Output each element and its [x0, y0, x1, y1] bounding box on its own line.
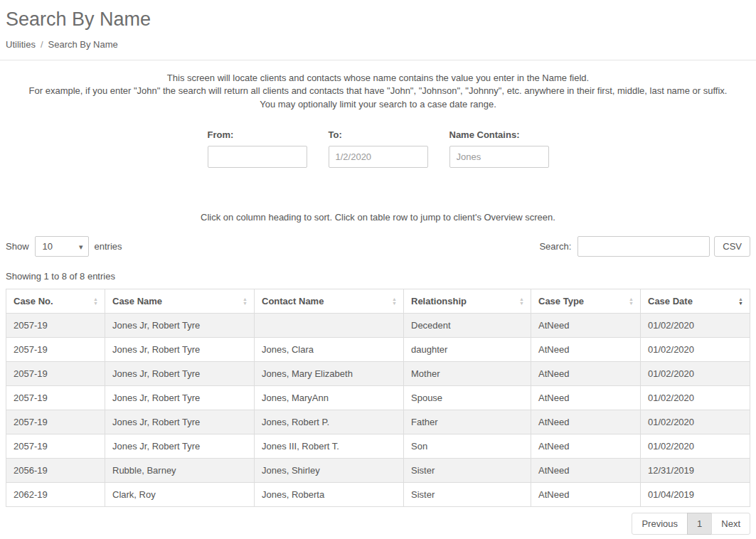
- column-header-label: Contact Name: [262, 296, 324, 306]
- pagination-next-button[interactable]: Next: [711, 513, 750, 535]
- cell-case-date: 01/02/2020: [641, 386, 750, 410]
- name-contains-input[interactable]: [449, 146, 549, 168]
- cell-case-type: AtNeed: [531, 386, 641, 410]
- name-contains-label: Name Contains:: [449, 129, 549, 140]
- sort-icon: ▲▼: [629, 297, 634, 306]
- cell-case-name: Jones Jr, Robert Tyre: [105, 410, 255, 434]
- search-label: Search:: [539, 241, 571, 252]
- pagination-previous-button[interactable]: Previous: [632, 513, 688, 535]
- header-divider: [0, 60, 756, 60]
- cell-case-no: 2057-19: [6, 386, 105, 410]
- intro-line-1: This screen will locate clients and cont…: [0, 72, 756, 85]
- table-row[interactable]: 2062-19Clark, RoyJones, RobertaSisterAtN…: [6, 483, 750, 507]
- cell-case-no: 2056-19: [6, 459, 105, 483]
- table-row[interactable]: 2057-19Jones Jr, Robert TyreJones, MaryA…: [6, 386, 750, 410]
- breadcrumb-current: Search By Name: [48, 39, 118, 50]
- name-contains-group: Name Contains:: [449, 129, 549, 168]
- cell-contact-name: Jones, Clara: [255, 338, 404, 362]
- pagination: Previous 1 Next: [0, 513, 750, 535]
- pagination-page-1-button[interactable]: 1: [687, 513, 712, 535]
- column-header-label: Case Name: [112, 296, 162, 306]
- cell-case-type: AtNeed: [531, 314, 641, 338]
- page-length-select-wrap: 10: [35, 236, 89, 257]
- from-date-label: From:: [208, 129, 307, 140]
- page-length-select[interactable]: 10: [35, 236, 89, 257]
- cell-relationship: Sister: [404, 459, 531, 483]
- table-body: 2057-19Jones Jr, Robert TyreDecedentAtNe…: [6, 314, 750, 507]
- table-row[interactable]: 2057-19Jones Jr, Robert TyreJones, Clara…: [6, 338, 750, 362]
- cell-case-name: Jones Jr, Robert Tyre: [105, 434, 255, 459]
- cell-case-date: 01/02/2020: [641, 410, 750, 434]
- intro-line-3: You may optionally limit your search to …: [0, 98, 756, 111]
- column-header-contact-name[interactable]: Contact Name▲▼: [255, 289, 404, 314]
- csv-export-button[interactable]: CSV: [714, 236, 750, 257]
- table-hint: Click on column heading to sort. Click o…: [0, 212, 756, 223]
- column-header-label: Relationship: [411, 296, 467, 306]
- cell-case-no: 2057-19: [6, 338, 105, 362]
- column-header-case-type[interactable]: Case Type▲▼: [531, 289, 641, 314]
- list-controls: Show 10 entries Search: CSV: [0, 236, 756, 257]
- from-date-input[interactable]: [208, 146, 307, 168]
- breadcrumb-utilities[interactable]: Utilities: [6, 39, 36, 50]
- entries-label: entries: [95, 241, 122, 252]
- to-date-label: To:: [329, 129, 428, 140]
- cell-case-date: 01/02/2020: [641, 338, 750, 362]
- page-length-control: Show 10 entries: [6, 236, 122, 257]
- cell-contact-name: Jones III, Robert T.: [255, 434, 404, 459]
- breadcrumb: Utilities/Search By Name: [0, 31, 756, 50]
- table-row[interactable]: 2057-19Jones Jr, Robert TyreJones, Mary …: [6, 362, 750, 386]
- column-header-label: Case Type: [538, 296, 584, 306]
- breadcrumb-separator: /: [36, 39, 48, 50]
- cell-relationship: Son: [404, 434, 531, 459]
- cell-case-name: Rubble, Barney: [105, 459, 255, 483]
- sort-icon: ▲▼: [392, 297, 397, 306]
- search-form: From: To: Name Contains:: [0, 129, 756, 168]
- cell-case-name: Jones Jr, Robert Tyre: [105, 314, 255, 338]
- cell-contact-name: Jones, MaryAnn: [255, 386, 404, 410]
- cell-case-name: Jones Jr, Robert Tyre: [105, 362, 255, 386]
- table-row[interactable]: 2057-19Jones Jr, Robert TyreDecedentAtNe…: [6, 314, 750, 338]
- cell-case-name: Jones Jr, Robert Tyre: [105, 338, 255, 362]
- intro-line-2: For example, if you enter "John" the sea…: [0, 85, 756, 97]
- cell-contact-name: Jones, Shirley: [255, 459, 404, 483]
- cell-case-date: 01/02/2020: [641, 362, 750, 386]
- cell-case-type: AtNeed: [531, 434, 641, 459]
- table-search-input[interactable]: [577, 236, 710, 257]
- cell-case-date: 01/02/2020: [641, 314, 750, 338]
- column-header-case-date[interactable]: Case Date▲▼: [641, 289, 750, 314]
- cell-contact-name: Jones, Roberta: [255, 483, 404, 507]
- column-header-case-name[interactable]: Case Name▲▼: [105, 289, 255, 314]
- cell-relationship: daughter: [404, 338, 531, 362]
- to-date-input[interactable]: [329, 146, 428, 168]
- column-header-case-no[interactable]: Case No.▲▼: [6, 289, 105, 314]
- cell-case-type: AtNeed: [531, 338, 641, 362]
- table-row[interactable]: 2057-19Jones Jr, Robert TyreJones, Rober…: [6, 410, 750, 434]
- cell-case-no: 2057-19: [6, 434, 105, 459]
- cell-contact-name: Jones, Mary Elizabeth: [255, 362, 404, 386]
- column-header-label: Case Date: [648, 296, 693, 306]
- cell-case-no: 2057-19: [6, 314, 105, 338]
- intro-text: This screen will locate clients and cont…: [0, 72, 756, 111]
- table-search-control: Search: CSV: [539, 236, 750, 257]
- cell-case-name: Jones Jr, Robert Tyre: [105, 386, 255, 410]
- table-header-row: Case No.▲▼Case Name▲▼Contact Name▲▼Relat…: [6, 289, 750, 314]
- cell-relationship: Spouse: [404, 386, 531, 410]
- cell-case-type: AtNeed: [531, 483, 641, 507]
- show-label: Show: [6, 241, 29, 252]
- cell-case-date: 01/04/2019: [641, 483, 750, 507]
- cell-case-type: AtNeed: [531, 410, 641, 434]
- cell-relationship: Mother: [404, 362, 531, 386]
- results-table: Case No.▲▼Case Name▲▼Contact Name▲▼Relat…: [6, 289, 750, 507]
- table-row[interactable]: 2056-19Rubble, BarneyJones, ShirleySiste…: [6, 459, 750, 483]
- column-header-relationship[interactable]: Relationship▲▼: [404, 289, 531, 314]
- table-row[interactable]: 2057-19Jones Jr, Robert TyreJones III, R…: [6, 434, 750, 459]
- sort-icon: ▲▼: [738, 297, 743, 306]
- from-date-group: From:: [208, 129, 307, 168]
- cell-case-name: Clark, Roy: [105, 483, 255, 507]
- sort-icon: ▲▼: [93, 297, 98, 306]
- cell-contact-name: Jones, Robert P.: [255, 410, 404, 434]
- to-date-group: To:: [329, 129, 428, 168]
- cell-case-date: 01/02/2020: [641, 434, 750, 459]
- cell-case-no: 2062-19: [6, 483, 105, 507]
- sort-icon: ▲▼: [519, 297, 524, 306]
